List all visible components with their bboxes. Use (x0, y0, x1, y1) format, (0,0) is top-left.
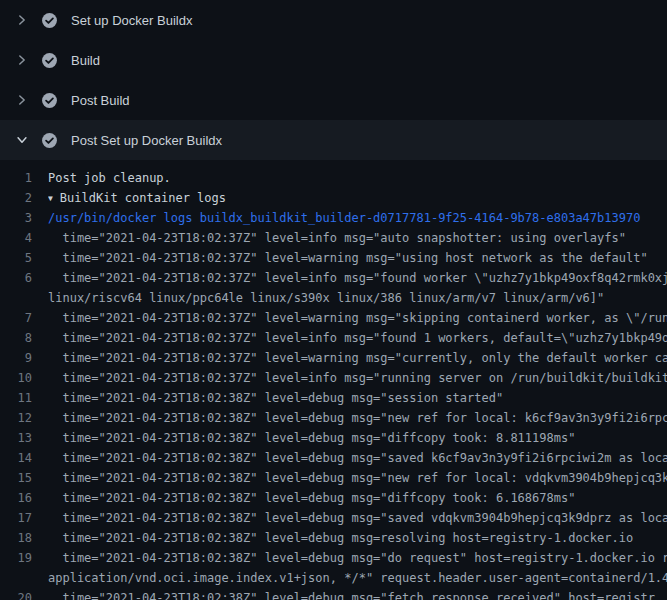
log-line: 2▼BuildKit container logs (0, 188, 667, 208)
success-check-icon (41, 92, 58, 109)
step-header-post-build[interactable]: Post Build (0, 80, 667, 120)
line-number[interactable]: 4 (0, 228, 48, 248)
log-line-continuation: linux/riscv64 linux/ppc64le linux/s390x … (0, 288, 667, 308)
log-text: time="2021-04-23T18:02:37Z" level=info m… (48, 228, 667, 248)
line-number[interactable]: 7 (0, 308, 48, 328)
line-number[interactable]: 20 (0, 588, 48, 600)
log-text: time="2021-04-23T18:02:38Z" level=debug … (48, 448, 667, 468)
log-line: 9 time="2021-04-23T18:02:37Z" level=warn… (0, 348, 667, 368)
line-number[interactable]: 8 (0, 328, 48, 348)
log-line: 15 time="2021-04-23T18:02:38Z" level=deb… (0, 468, 667, 488)
line-number[interactable]: 2 (0, 188, 48, 208)
log-line: 20 time="2021-04-23T18:02:38Z" level=deb… (0, 588, 667, 600)
log-text: time="2021-04-23T18:02:38Z" level=debug … (48, 548, 667, 568)
log-line: 14 time="2021-04-23T18:02:38Z" level=deb… (0, 448, 667, 468)
log-text: time="2021-04-23T18:02:37Z" level=warnin… (48, 308, 667, 328)
log-text: time="2021-04-23T18:02:37Z" level=info m… (48, 368, 667, 388)
log-line: 3/usr/bin/docker logs buildx_buildkit_bu… (0, 208, 667, 228)
line-number[interactable]: 3 (0, 208, 48, 228)
step-label: Post Set up Docker Buildx (71, 133, 222, 148)
step-list: Set up Docker BuildxBuildPost BuildPost … (0, 0, 667, 160)
log-text: time="2021-04-23T18:02:38Z" level=debug … (48, 428, 667, 448)
log-text: time="2021-04-23T18:02:37Z" level=info m… (48, 268, 667, 288)
actions-log-viewer: Set up Docker BuildxBuildPost BuildPost … (0, 0, 667, 600)
log-panel: 1Post job cleanup.2▼BuildKit container l… (0, 160, 667, 600)
line-number[interactable]: 9 (0, 348, 48, 368)
line-number[interactable]: 11 (0, 388, 48, 408)
log-text: time="2021-04-23T18:02:38Z" level=debug … (48, 528, 667, 548)
step-header-post-set-up-docker-buildx[interactable]: Post Set up Docker Buildx (0, 120, 667, 160)
log-line: 7 time="2021-04-23T18:02:37Z" level=warn… (0, 308, 667, 328)
log-text: linux/riscv64 linux/ppc64le linux/s390x … (48, 288, 667, 308)
log-line: 6 time="2021-04-23T18:02:37Z" level=info… (0, 268, 667, 288)
line-number (0, 288, 48, 308)
log-text: time="2021-04-23T18:02:38Z" level=debug … (48, 508, 667, 528)
log-line: 1Post job cleanup. (0, 168, 667, 188)
log-text: time="2021-04-23T18:02:38Z" level=debug … (48, 488, 667, 508)
chevron-down-icon (14, 132, 30, 148)
log-text: Post job cleanup. (48, 168, 667, 188)
line-number[interactable]: 10 (0, 368, 48, 388)
line-number (0, 568, 48, 588)
group-label: BuildKit container logs (60, 191, 226, 205)
line-number[interactable]: 13 (0, 428, 48, 448)
log-line: 5 time="2021-04-23T18:02:37Z" level=warn… (0, 248, 667, 268)
log-line: 8 time="2021-04-23T18:02:37Z" level=info… (0, 328, 667, 348)
log-line: 10 time="2021-04-23T18:02:37Z" level=inf… (0, 368, 667, 388)
log-line: 17 time="2021-04-23T18:02:38Z" level=deb… (0, 508, 667, 528)
step-header-build[interactable]: Build (0, 40, 667, 80)
log-line: 19 time="2021-04-23T18:02:38Z" level=deb… (0, 548, 667, 568)
line-number[interactable]: 19 (0, 548, 48, 568)
log-line: 18 time="2021-04-23T18:02:38Z" level=deb… (0, 528, 667, 548)
log-line: 12 time="2021-04-23T18:02:38Z" level=deb… (0, 408, 667, 428)
log-text: time="2021-04-23T18:02:37Z" level=warnin… (48, 248, 667, 268)
log-line: 11 time="2021-04-23T18:02:38Z" level=deb… (0, 388, 667, 408)
group-expanded-icon: ▼ (48, 189, 53, 208)
step-header-set-up-docker-buildx[interactable]: Set up Docker Buildx (0, 0, 667, 40)
success-check-icon (41, 12, 58, 29)
line-number[interactable]: 18 (0, 528, 48, 548)
line-number[interactable]: 1 (0, 168, 48, 188)
log-text: time="2021-04-23T18:02:38Z" level=debug … (48, 408, 667, 428)
log-text: time="2021-04-23T18:02:37Z" level=warnin… (48, 348, 667, 368)
step-label: Post Build (71, 93, 130, 108)
log-line: 4 time="2021-04-23T18:02:37Z" level=info… (0, 228, 667, 248)
log-text: application/vnd.oci.image.index.v1+json,… (48, 568, 667, 588)
chevron-right-icon (14, 12, 30, 28)
log-line: 13 time="2021-04-23T18:02:38Z" level=deb… (0, 428, 667, 448)
line-number[interactable]: 14 (0, 448, 48, 468)
line-number[interactable]: 16 (0, 488, 48, 508)
log-text: time="2021-04-23T18:02:38Z" level=debug … (48, 588, 667, 600)
chevron-right-icon (14, 52, 30, 68)
log-text: time="2021-04-23T18:02:37Z" level=info m… (48, 328, 667, 348)
log-text: time="2021-04-23T18:02:38Z" level=debug … (48, 388, 667, 408)
chevron-right-icon (14, 92, 30, 108)
step-label: Set up Docker Buildx (71, 13, 192, 28)
log-command-text: /usr/bin/docker logs buildx_buildkit_bui… (48, 208, 667, 228)
step-label: Build (71, 53, 100, 68)
line-number[interactable]: 5 (0, 248, 48, 268)
log-text: time="2021-04-23T18:02:38Z" level=debug … (48, 468, 667, 488)
log-line-continuation: application/vnd.oci.image.index.v1+json,… (0, 568, 667, 588)
line-number[interactable]: 6 (0, 268, 48, 288)
line-number[interactable]: 17 (0, 508, 48, 528)
line-number[interactable]: 15 (0, 468, 48, 488)
success-check-icon (41, 132, 58, 149)
log-line: 16 time="2021-04-23T18:02:38Z" level=deb… (0, 488, 667, 508)
success-check-icon (41, 52, 58, 69)
log-group-toggle[interactable]: ▼BuildKit container logs (48, 188, 667, 208)
line-number[interactable]: 12 (0, 408, 48, 428)
